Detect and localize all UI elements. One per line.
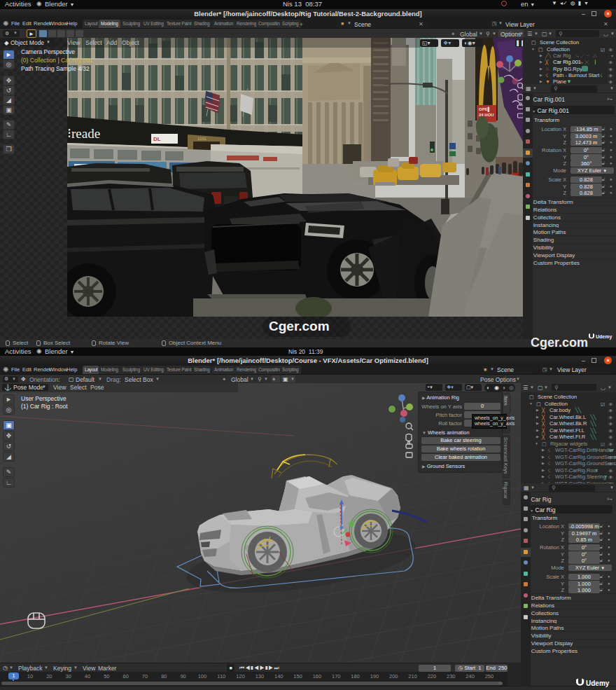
- svg-text:24 HOU: 24 HOU: [479, 113, 494, 117]
- svg-text:1191: 1191: [197, 137, 207, 141]
- svg-text:Udemy: Udemy: [596, 334, 612, 340]
- svg-text:⁝reade: ⁝reade: [67, 126, 100, 141]
- svg-text:Udemy: Udemy: [586, 679, 610, 687]
- svg-text:OPE▌: OPE▌: [479, 106, 491, 112]
- svg-text:DL: DL: [153, 136, 161, 142]
